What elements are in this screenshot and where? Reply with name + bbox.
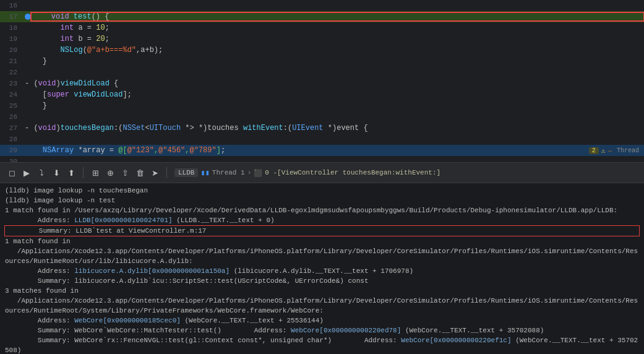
console-line-8: Address: libicucore.A.dylib[0x0000000000… — [5, 266, 639, 276]
hide-panel-button[interactable]: ◻ — [5, 166, 19, 179]
step-out-button[interactable]: ⬆ — [64, 166, 78, 179]
code-line-16: 16 — [0, 0, 644, 11]
code-line-17: 17 void test() { — [0, 11, 644, 22]
thread-label: Thread 1 — [212, 169, 245, 176]
location-button[interactable]: ⊕ — [103, 166, 117, 179]
lldb-tag: LLDB — [174, 168, 198, 177]
console-line-3: 1 match found in /Users/axzq/Library/Dev… — [5, 205, 639, 215]
line-content-27: - (void)touchesBegan:(NSSet<UITouch *> *… — [22, 124, 644, 132]
line-num-25: 25 — [0, 102, 22, 110]
console-area[interactable]: (lldb) image lookup -n touchesBegan (lld… — [0, 183, 644, 354]
warning-icon: ⚠ — [601, 147, 606, 155]
code-line-22: 22 — [0, 67, 644, 78]
code-line-27: 27 - (void)touchesBegan:(NSSet<UITouch *… — [0, 123, 644, 134]
line-num-16: 16 — [0, 2, 22, 9]
breakpoint-indicator — [25, 14, 31, 20]
toolbar-more: ⊞ ⊕ ⇧ 🗑 ➤ — [88, 166, 161, 179]
toolbar-controls: ◻ ▶ ⤵ ⬇ ⬆ — [5, 166, 78, 179]
line-content-24: [super viewDidLoad]; — [22, 90, 644, 99]
breakpoints-button[interactable]: ⊞ — [88, 166, 102, 179]
line-num-18: 18 — [0, 24, 22, 32]
console-line-5: Summary: LLDB`test at ViewController.m:1… — [5, 226, 639, 236]
toolbar-sep-1 — [83, 167, 84, 178]
line-content-20: NSLog(@"a+b===%d",a+b); — [22, 46, 644, 54]
console-line-6: 1 match found in — [5, 236, 639, 246]
line-num-30: 30 — [0, 158, 22, 162]
line-content-25: } — [22, 101, 644, 110]
console-line-2: (lldb) image lookup -n test — [5, 196, 639, 205]
line-num-17: 17 — [0, 13, 22, 20]
line-num-21: 21 — [0, 58, 22, 65]
line-num-22: 22 — [0, 69, 22, 76]
code-line-21: 21 } — [0, 56, 644, 67]
console-highlight-wrapper: Summary: LLDB`test at ViewController.m:1… — [5, 226, 639, 236]
step-over-button[interactable]: ⤵ — [35, 166, 48, 179]
console-line-14: Summary: WebCore`rx::FenceNVGL::test(gl:… — [5, 335, 639, 354]
line-num-28: 28 — [0, 136, 22, 143]
badge-count: 2 — [589, 147, 599, 154]
trash-button[interactable]: 🗑 — [133, 166, 147, 179]
code-line-19: 19 int b = 20; — [0, 33, 644, 45]
line-content-21: } — [22, 57, 644, 66]
line-num-19: 19 — [0, 35, 22, 43]
console-line-10: 3 matches found in — [5, 286, 639, 296]
line-num-27: 27 — [0, 124, 22, 132]
line-content-29: NSArray *array = @[@"123",@"456",@"789"]… — [22, 146, 589, 155]
console-line-9: Summary: libicucore.A.dylib`icu::ScriptS… — [5, 276, 639, 286]
console-line-7: /Applications/Xcode12.3.app/Contents/Dev… — [5, 246, 639, 266]
step-into-button[interactable]: ⬇ — [49, 166, 63, 179]
line-content-17: void test() { — [31, 12, 644, 21]
code-line-30: 30 — [0, 156, 644, 162]
line-meta-29: 2 ⚠ ▬ Thread — [589, 147, 644, 155]
code-editor: 16 17 void test() { 18 int a = 10; 19 in… — [0, 0, 644, 162]
continue-button[interactable]: ▶ — [20, 166, 33, 179]
line-content-23: - (void)viewDidLoad { — [22, 79, 644, 88]
console-line-4: Address: LLDB[0x0000000100024701] (LLDB.… — [5, 215, 639, 225]
line-content-19: int b = 20; — [22, 35, 644, 43]
code-line-29: 29 NSArray *array = @[@"123",@"456",@"78… — [0, 145, 644, 156]
line-num-26: 26 — [0, 113, 22, 121]
line-num-24: 24 — [0, 91, 22, 98]
debug-toolbar: ◻ ▶ ⤵ ⬇ ⬆ ⊞ ⊕ ⇧ 🗑 ➤ LLDB ▮▮ Thread 1 › ⬛… — [0, 162, 644, 183]
line-num-29: 29 — [0, 147, 22, 154]
console-line-12: Address: WebCore[0x00000000185cec0] (Web… — [5, 316, 639, 326]
share-button[interactable]: ⇧ — [118, 166, 132, 179]
frame-label: 0 -[ViewController touchesBegan:withEven… — [265, 169, 440, 176]
console-line-11: /Applications/Xcode12.3.app/Contents/Dev… — [5, 296, 639, 316]
code-line-24: 24 [super viewDidLoad]; — [0, 89, 644, 100]
thread-info: LLDB ▮▮ Thread 1 › ⬛ 0 -[ViewController … — [174, 168, 440, 178]
code-line-25: 25 } — [0, 100, 644, 111]
code-line-20: 20 NSLog(@"a+b===%d",a+b); — [0, 45, 644, 56]
line-num-20: 20 — [0, 46, 22, 54]
code-line-28: 28 — [0, 134, 644, 145]
code-line-18: 18 int a = 10; — [0, 22, 644, 33]
thread-label: Thread — [614, 147, 642, 154]
console-line-13: Summary: WebCore`WebCore::MatchTester::t… — [5, 326, 639, 335]
send-button[interactable]: ➤ — [148, 166, 161, 179]
code-line-23: 23 - (void)viewDidLoad { — [0, 78, 644, 89]
line-num-23: 23 — [0, 80, 22, 87]
console-line-1: (lldb) image lookup -n touchesBegan — [5, 186, 639, 196]
line-content-18: int a = 10; — [22, 24, 644, 32]
code-line-26: 26 — [0, 111, 644, 123]
toolbar-sep-2 — [166, 167, 167, 178]
